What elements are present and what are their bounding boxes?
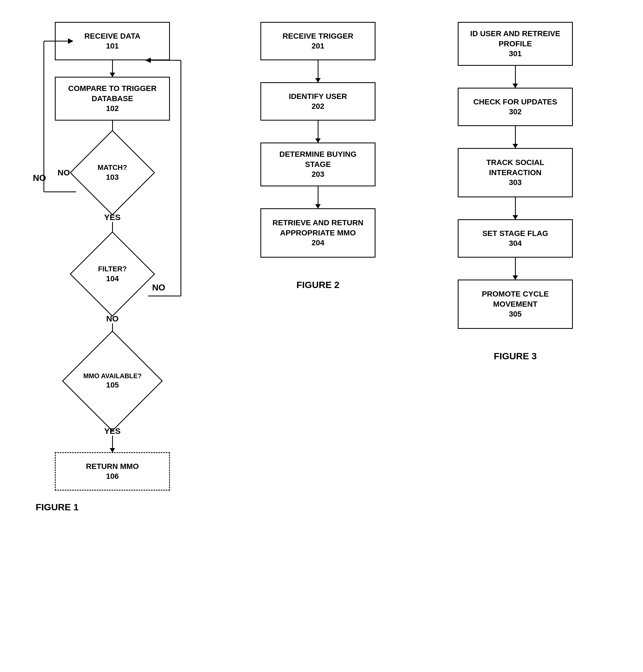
fig2-flow: RECEIVE TRIGGER 201 IDENTIFY USER 202 DE… (241, 22, 395, 258)
track-social-box: TRACK SOCIALINTERACTION 303 (458, 148, 573, 197)
check-updates-box: CHECK FOR UPDATES 302 (458, 88, 573, 126)
arrow-f2-2 (318, 121, 318, 143)
compare-num: 102 (106, 103, 119, 113)
arrow-f3-4 (515, 258, 516, 280)
figure-3: ID USER AND RETREIVEPROFILE 301 CHECK FO… (438, 22, 592, 383)
retrieve-return-label: RETRIEVE AND RETURNAPPROPRIATE MMO (272, 218, 363, 238)
yes-label-mmo: YES (104, 426, 121, 436)
yes-label-match: YES (104, 213, 121, 222)
compare-box: COMPARE TO TRIGGERDATABASE 102 (55, 77, 170, 121)
fig3-caption: FIGURE 3 (438, 351, 592, 362)
receive-trigger-label: RECEIVE TRIGGER (282, 31, 353, 41)
identify-user-label: IDENTIFY USER (289, 91, 347, 101)
filter-label: FILTER? 104 (98, 265, 127, 284)
promote-cycle-label: PROMOTE CYCLEMOVEMENT (482, 289, 549, 309)
identify-user-box: IDENTIFY USER 202 (260, 82, 376, 121)
promote-cycle-num: 305 (509, 309, 522, 319)
figure-1: RECEIVE DATA 101 COMPARE TO TRIGGERDATAB… (27, 22, 197, 513)
receive-data-num: 101 (106, 41, 119, 51)
match-diamond-wrapper: MATCH? 103 NO YES (77, 137, 148, 208)
page-container: RECEIVE DATA 101 COMPARE TO TRIGGERDATAB… (0, 0, 643, 672)
id-user-num: 301 (509, 49, 522, 59)
figure-2: RECEIVE TRIGGER 201 IDENTIFY USER 202 DE… (241, 22, 395, 312)
arrow-f2-3 (318, 186, 318, 208)
receive-data-label: RECEIVE DATA (84, 31, 140, 41)
match-label: MATCH? 103 (98, 163, 127, 182)
id-user-box: ID USER AND RETREIVEPROFILE 301 (458, 22, 573, 66)
id-user-label: ID USER AND RETREIVEPROFILE (470, 29, 560, 49)
receive-data-box: RECEIVE DATA 101 (55, 22, 170, 60)
arrow-f3-2 (515, 126, 516, 148)
fig3-flow: ID USER AND RETREIVEPROFILE 301 CHECK FO… (438, 22, 592, 329)
receive-trigger-num: 201 (312, 41, 325, 51)
filter-diamond: FILTER? 104 (70, 231, 155, 317)
fig2-caption: FIGURE 2 (241, 280, 395, 290)
no-label-filter: NO (106, 314, 119, 323)
fig1-flow: RECEIVE DATA 101 COMPARE TO TRIGGERDATAB… (27, 22, 197, 491)
fig1-caption: FIGURE 1 (36, 502, 79, 513)
no-label-match: NO (58, 168, 70, 177)
identify-user-num: 202 (312, 101, 325, 111)
arrow-f2-1 (318, 60, 318, 82)
promote-cycle-box: PROMOTE CYCLEMOVEMENT 305 (458, 280, 573, 329)
check-updates-num: 302 (509, 107, 522, 117)
compare-label: COMPARE TO TRIGGERDATABASE (68, 84, 157, 103)
return-mmo-label: RETURN MMO (86, 462, 139, 472)
check-updates-label: CHECK FOR UPDATES (473, 97, 557, 107)
arrow-5 (112, 436, 113, 452)
arrow-f3-3 (515, 197, 516, 219)
track-social-label: TRACK SOCIALINTERACTION (486, 158, 544, 178)
determine-buying-label: DETERMINE BUYINGSTAGE (279, 149, 356, 169)
arrow-f3-1 (515, 66, 516, 88)
determine-buying-box: DETERMINE BUYINGSTAGE 203 (260, 143, 376, 186)
mmo-avail-label: MMO AVAILABLE? 105 (83, 371, 142, 390)
determine-buying-num: 203 (312, 169, 325, 179)
arrow-1 (112, 60, 113, 77)
set-stage-num: 304 (509, 239, 522, 248)
match-diamond: MATCH? 103 (70, 130, 155, 215)
retrieve-return-box: RETRIEVE AND RETURNAPPROPRIATE MMO 204 (260, 208, 376, 258)
retrieve-return-num: 204 (312, 238, 325, 248)
set-stage-box: SET STAGE FLAG 304 (458, 219, 573, 258)
return-mmo-box: RETURN MMO 106 (55, 452, 170, 491)
mmo-avail-diamond: MMO AVAILABLE? 105 (62, 331, 163, 431)
filter-diamond-wrapper: FILTER? 104 NO (77, 239, 148, 310)
set-stage-label: SET STAGE FLAG (482, 229, 548, 239)
receive-trigger-box: RECEIVE TRIGGER 201 (260, 22, 376, 60)
mmo-avail-diamond-wrapper: MMO AVAILABLE? 105 YES (71, 340, 154, 422)
return-mmo-num: 106 (106, 472, 119, 481)
track-social-num: 303 (509, 178, 522, 187)
